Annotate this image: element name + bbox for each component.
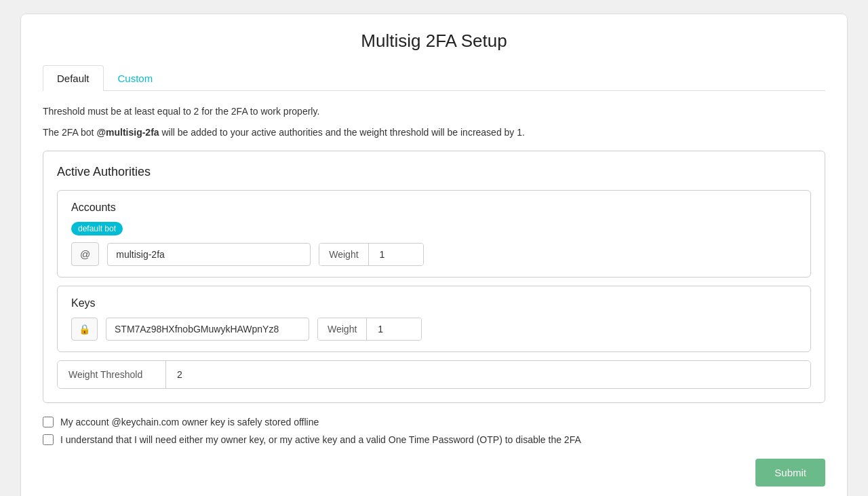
info-line2-suffix: will be added to your active authorities… — [159, 127, 525, 138]
page-title: Multisig 2FA Setup — [43, 31, 825, 52]
checkboxes-section: My account @keychain.com owner key is sa… — [43, 417, 825, 445]
info-bot-name: @multisig-2fa — [96, 127, 159, 138]
footer-row: Submit — [43, 459, 825, 487]
account-field-row: @ Weight 1 — [71, 242, 797, 266]
submit-button[interactable]: Submit — [755, 459, 825, 487]
account-weight-label: Weight — [319, 244, 368, 265]
threshold-value: 2 — [166, 361, 810, 388]
active-authorities-title: Active Authorities — [57, 165, 811, 179]
at-symbol: @ — [71, 242, 99, 266]
key-value-input[interactable] — [106, 318, 309, 341]
active-authorities-section: Active Authorities Accounts default bot … — [43, 151, 825, 403]
account-name-input[interactable] — [107, 243, 311, 266]
info-line1: Threshold must be at least equal to 2 fo… — [43, 104, 825, 119]
accounts-box: Accounts default bot @ Weight 1 — [57, 190, 811, 278]
key-weight-label: Weight — [318, 318, 367, 340]
checkbox-understand-otp[interactable] — [43, 434, 54, 445]
tab-custom[interactable]: Custom — [104, 65, 167, 91]
keys-field-row: 🔒 Weight 1 — [71, 318, 797, 341]
threshold-row: Weight Threshold 2 — [57, 360, 811, 389]
checkbox-row-1: My account @keychain.com owner key is sa… — [43, 417, 825, 427]
checkbox-row-2: I understand that I will need either my … — [43, 434, 825, 445]
info-line2-prefix: The 2FA bot — [43, 127, 96, 138]
lock-icon: 🔒 — [71, 318, 98, 341]
keys-box: Keys 🔒 Weight 1 — [57, 286, 811, 352]
keys-title: Keys — [71, 297, 797, 309]
key-weight-value: 1 — [367, 318, 421, 340]
checkbox-offline-key[interactable] — [43, 417, 54, 427]
main-card: Multisig 2FA Setup Default Custom Thresh… — [20, 14, 848, 496]
account-weight-group: Weight 1 — [319, 243, 423, 266]
info-line2: The 2FA bot @multisig-2fa will be added … — [43, 126, 825, 140]
accounts-title: Accounts — [71, 202, 797, 214]
checkbox-understand-otp-label: I understand that I will need either my … — [60, 434, 581, 445]
key-weight-group: Weight 1 — [317, 318, 422, 341]
account-weight-value: 1 — [369, 244, 423, 265]
threshold-label: Weight Threshold — [58, 361, 166, 388]
default-bot-badge: default bot — [71, 222, 123, 235]
tabs: Default Custom — [43, 65, 825, 91]
checkbox-offline-key-label: My account @keychain.com owner key is sa… — [60, 417, 319, 427]
tab-default[interactable]: Default — [43, 65, 104, 91]
